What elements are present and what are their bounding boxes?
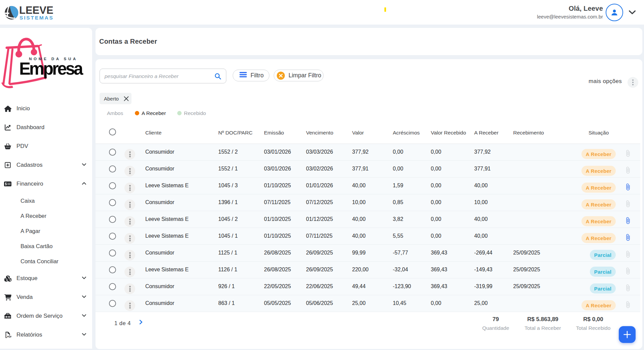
svg-text:PDF: PDF bbox=[7, 336, 11, 338]
svg-text:LEEVE: LEEVE bbox=[19, 4, 53, 16]
svg-text:SISTEMAS: SISTEMAS bbox=[20, 15, 54, 21]
svg-text:Empresa: Empresa bbox=[19, 59, 83, 78]
